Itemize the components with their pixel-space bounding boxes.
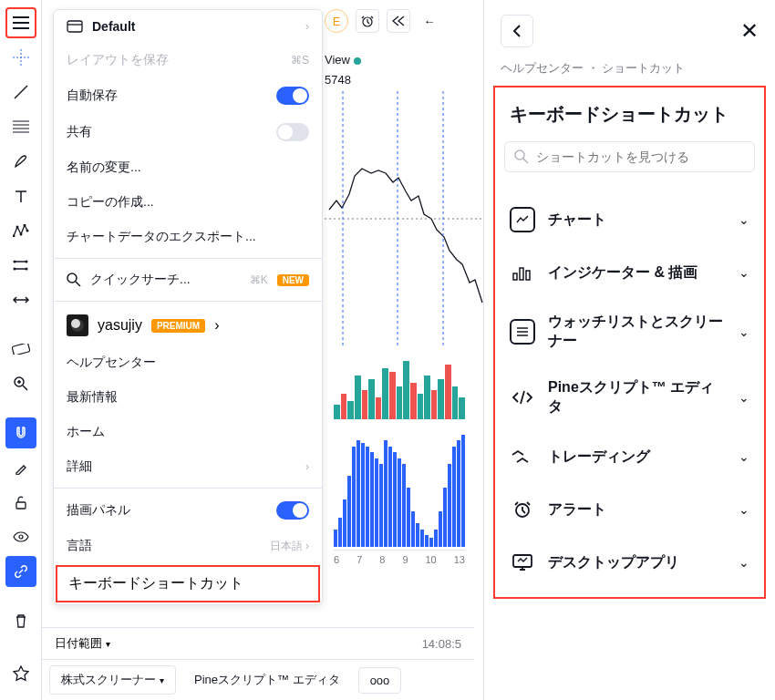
menu-draw-panel[interactable]: 描画パネル: [54, 492, 322, 529]
menu-home[interactable]: ホーム: [54, 415, 322, 449]
svg-point-20: [67, 273, 77, 283]
alarm-icon: [510, 497, 535, 522]
menu-copy[interactable]: コピーの作成...: [54, 185, 322, 220]
volume-bars: [334, 346, 465, 419]
close-button[interactable]: ✕: [740, 18, 759, 44]
date-range-button[interactable]: 日付範囲 ▾: [55, 635, 110, 652]
chevron-right-icon: ›: [305, 460, 309, 473]
menu-details[interactable]: 詳細 ›: [54, 449, 322, 484]
svg-point-8: [25, 268, 27, 271]
share-toggle[interactable]: [276, 123, 309, 141]
trading-icon: [510, 444, 535, 469]
search-icon: [514, 149, 529, 164]
trendline-tool[interactable]: [5, 77, 36, 108]
projection-tool[interactable]: [5, 250, 36, 281]
menu-share[interactable]: 共有: [54, 114, 322, 150]
ruler-tool[interactable]: [5, 334, 36, 365]
bottom-bar: 日付範囲 ▾ 14:08:5 株式スクリーナー ▾ Pineスクリプト™ エディ…: [42, 627, 474, 700]
category-pine[interactable]: Pineスクリプト™ エディタ ⌄: [504, 365, 755, 429]
chevron-down-icon: ⌄: [739, 555, 749, 570]
svg-rect-24: [513, 273, 517, 280]
menu-export[interactable]: チャートデータのエクスポート...: [54, 220, 322, 254]
breadcrumb: ヘルプセンター ・ ショートカット: [484, 55, 775, 86]
chart-top-toolbar: E ←: [325, 9, 441, 33]
category-indicators[interactable]: インジケーター & 描画 ⌄: [504, 247, 755, 298]
trash-icon[interactable]: [5, 605, 36, 636]
brush-tool[interactable]: [5, 146, 36, 177]
link-icon[interactable]: [5, 556, 36, 587]
chevron-down-icon: ⌄: [739, 390, 749, 405]
e-badge: E: [325, 9, 348, 33]
histogram: [334, 428, 465, 547]
search-input[interactable]: [536, 149, 745, 164]
breadcrumb-shortcuts[interactable]: ショートカット: [602, 61, 685, 75]
rewind-icon[interactable]: [387, 9, 410, 33]
pattern-tool[interactable]: [5, 215, 36, 246]
category-watchlist[interactable]: ウォッチリストとスクリーナー ⌄: [504, 300, 755, 364]
left-toolbar: [0, 0, 42, 700]
autosave-toggle[interactable]: [276, 87, 309, 105]
chart-canvas[interactable]: 67891013: [325, 91, 474, 602]
chart-icon: [510, 207, 535, 232]
indicators-icon: [510, 260, 535, 285]
svg-point-2: [19, 233, 22, 236]
category-alerts[interactable]: アラート ⌄: [504, 484, 755, 535]
panel-title: キーボードショートカット: [504, 97, 755, 141]
unlock-icon[interactable]: [5, 487, 36, 518]
chart-view-label: View: [325, 53, 361, 67]
chart-price: 5748: [325, 73, 351, 87]
search-icon: [67, 273, 81, 287]
arrow-tool[interactable]: [5, 284, 36, 315]
menu-save-layout: レイアウトを保存 ⌘S: [54, 43, 322, 77]
username-label: yasujiy: [98, 317, 142, 334]
chevron-down-icon: ⌄: [739, 265, 749, 280]
tab-more[interactable]: ooo: [358, 667, 402, 694]
text-tool[interactable]: [5, 180, 36, 211]
tab-pine-editor[interactable]: Pineスクリプト™ エディタ: [183, 666, 351, 694]
menu-user-row[interactable]: yasujiy PREMIUM ›: [54, 305, 322, 345]
premium-badge: PREMIUM: [151, 319, 205, 333]
menu-language[interactable]: 言語 日本語 ›: [54, 529, 322, 563]
list-icon: [510, 319, 535, 345]
code-icon: [510, 385, 535, 410]
shortcut-search[interactable]: [504, 141, 755, 172]
new-badge: NEW: [277, 274, 309, 286]
back-button[interactable]: [501, 15, 533, 47]
category-desktop[interactable]: デスクトップアプリ ⌄: [504, 537, 755, 588]
desktop-icon: [510, 550, 535, 575]
chevron-down-icon: ⌄: [739, 449, 749, 464]
menu-default-label: Default: [92, 19, 135, 34]
crosshair-tool[interactable]: [5, 42, 36, 73]
svg-rect-25: [520, 268, 523, 280]
layout-icon: [67, 20, 83, 33]
lock-edit-tool[interactable]: [5, 452, 36, 483]
svg-rect-18: [67, 21, 82, 32]
menu-quick-search[interactable]: クイックサーチ... ⌘K NEW: [54, 262, 322, 297]
category-chart[interactable]: チャート ⌄: [504, 194, 755, 245]
zoom-tool[interactable]: [5, 368, 36, 399]
magnet-tool[interactable]: [5, 417, 36, 448]
back-arrow-icon[interactable]: ←: [418, 9, 441, 33]
x-axis: 67891013: [334, 550, 465, 565]
fib-tool[interactable]: [5, 111, 36, 142]
alarm-icon[interactable]: [356, 9, 379, 33]
menu-whatsnew[interactable]: 最新情報: [54, 380, 322, 415]
breadcrumb-help[interactable]: ヘルプセンター: [501, 61, 584, 75]
svg-rect-26: [526, 271, 530, 280]
menu-keyboard-shortcuts[interactable]: キーボードショートカット: [56, 565, 320, 602]
svg-rect-9: [12, 344, 30, 355]
menu-autosave[interactable]: 自動保存: [54, 77, 322, 114]
tab-stock-screener[interactable]: 株式スクリーナー ▾: [49, 665, 176, 695]
svg-point-5: [13, 261, 16, 263]
svg-point-22: [71, 319, 80, 328]
category-trading[interactable]: トレーディング ⌄: [504, 431, 755, 482]
menu-help-center[interactable]: ヘルプセンター: [54, 345, 322, 380]
drawpanel-toggle[interactable]: [276, 501, 309, 520]
avatar: [67, 314, 88, 336]
menu-rename[interactable]: 名前の変更...: [54, 150, 322, 185]
eye-icon[interactable]: [5, 521, 36, 552]
star-icon[interactable]: [5, 658, 36, 689]
right-help-panel: ✕ ヘルプセンター ・ ショートカット キーボードショートカット チャート ⌄ …: [483, 0, 775, 700]
hamburger-menu-button[interactable]: [5, 7, 36, 38]
menu-default[interactable]: Default ›: [54, 10, 322, 43]
